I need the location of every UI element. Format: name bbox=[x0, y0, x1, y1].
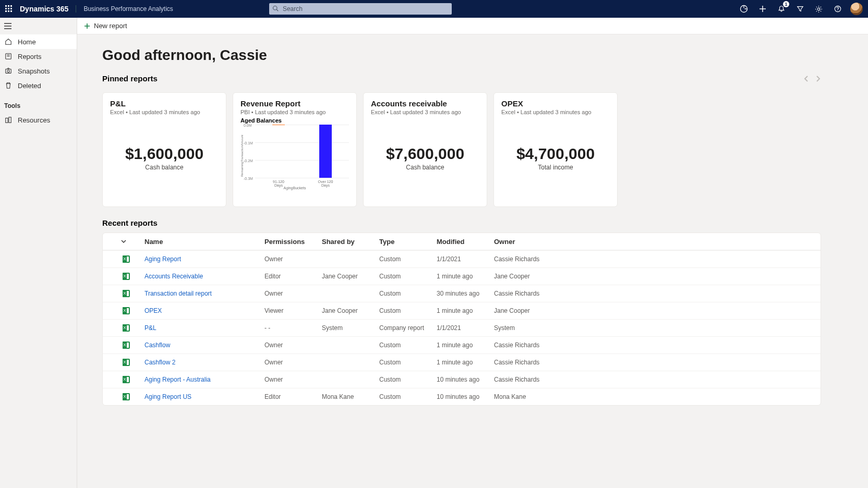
cell-mod: 30 minutes ago bbox=[437, 290, 494, 297]
cell-owner: System bbox=[494, 324, 598, 332]
cell-type: Custom bbox=[379, 307, 437, 314]
filter-button[interactable] bbox=[794, 3, 806, 15]
col-name[interactable]: Name bbox=[144, 238, 264, 246]
add-button[interactable] bbox=[756, 3, 769, 15]
report-link[interactable]: OPEX bbox=[144, 307, 162, 314]
card-value: $4,700,000 bbox=[516, 145, 595, 163]
report-link[interactable]: Aging Report US bbox=[144, 393, 191, 400]
cell-type: Custom bbox=[379, 255, 437, 263]
cell-owner: Cassie Richards bbox=[494, 359, 598, 366]
report-link[interactable]: Transaction detail report bbox=[144, 290, 212, 297]
pinned-card[interactable]: Revenue Report PBI • Last updated 3 minu… bbox=[233, 92, 357, 207]
excel-icon bbox=[108, 376, 144, 383]
nav-resources[interactable]: Resources bbox=[0, 113, 77, 127]
table-row[interactable]: Aging Report - Australia Owner Custom 10… bbox=[103, 371, 821, 388]
cell-type: Custom bbox=[379, 290, 437, 297]
help-button[interactable] bbox=[831, 3, 844, 15]
report-link[interactable]: Cashflow 2 bbox=[144, 359, 175, 366]
svg-rect-7 bbox=[8, 10, 9, 12]
svg-rect-23 bbox=[6, 69, 11, 74]
pinned-card[interactable]: Accounts receivable Excel • Last updated… bbox=[363, 92, 487, 207]
command-bar: New report bbox=[77, 18, 868, 34]
table-row[interactable]: OPEX Viewer Jane Cooper Custom 1 minute … bbox=[103, 302, 821, 319]
svg-line-10 bbox=[276, 9, 278, 11]
card-subtitle: Excel • Last updated 3 minutes ago bbox=[110, 109, 219, 115]
svg-rect-26 bbox=[9, 117, 11, 123]
report-link[interactable]: Aging Report - Australia bbox=[144, 376, 211, 383]
nav-deleted[interactable]: Deleted bbox=[0, 78, 77, 93]
cell-perm: - - bbox=[264, 324, 322, 332]
cell-perm: Owner bbox=[264, 341, 322, 349]
pager-prev-icon[interactable] bbox=[803, 75, 809, 84]
col-mod[interactable]: Modified bbox=[437, 238, 494, 246]
cell-perm: Editor bbox=[264, 273, 322, 280]
svg-rect-5 bbox=[10, 8, 12, 9]
recent-title: Recent reports bbox=[102, 218, 821, 227]
card-subtitle: PBI • Last updated 3 minutes ago bbox=[240, 109, 349, 115]
nav-home[interactable]: Home bbox=[0, 34, 77, 49]
cell-shared: System bbox=[322, 324, 379, 332]
sort-toggle[interactable] bbox=[108, 238, 144, 245]
app-title: Business Performance Analytics bbox=[76, 5, 173, 13]
report-link[interactable]: Accounts Receivable bbox=[144, 273, 203, 280]
nav-toggle[interactable] bbox=[0, 18, 77, 34]
app-launcher-button[interactable] bbox=[0, 5, 18, 13]
main-area: New report Good afternoon, Cassie Pinned… bbox=[77, 18, 868, 488]
cell-owner: Cassie Richards bbox=[494, 341, 598, 349]
pinned-card[interactable]: OPEX Excel • Last updated 3 minutes ago$… bbox=[493, 92, 618, 207]
cell-mod: 1 minute ago bbox=[437, 341, 494, 349]
search-icon bbox=[272, 5, 279, 11]
notifications-button[interactable]: 1 bbox=[775, 3, 788, 15]
table-row[interactable]: Accounts Receivable Editor Jane Cooper C… bbox=[103, 267, 821, 285]
camera-icon bbox=[4, 67, 13, 75]
col-shared[interactable]: Shared by bbox=[322, 238, 379, 246]
notifications-badge: 1 bbox=[783, 1, 789, 7]
top-actions: 1 bbox=[738, 3, 868, 15]
top-bar: Dynamics 365 Business Performance Analyt… bbox=[0, 0, 868, 18]
search-wrap bbox=[269, 3, 452, 15]
excel-icon bbox=[108, 307, 144, 314]
nav-snapshots[interactable]: Snapshots bbox=[0, 64, 77, 78]
target-icon[interactable] bbox=[738, 3, 750, 15]
cell-type: Company report bbox=[379, 324, 437, 332]
table-row[interactable]: Transaction detail report Owner Custom 3… bbox=[103, 285, 821, 302]
pinned-card[interactable]: P&L Excel • Last updated 3 minutes ago$1… bbox=[102, 92, 226, 207]
report-link[interactable]: Aging Report bbox=[144, 255, 181, 263]
search-input[interactable] bbox=[269, 3, 452, 15]
nav-reports[interactable]: Reports bbox=[0, 49, 77, 64]
cell-shared: Mona Kane bbox=[322, 393, 379, 400]
table-row[interactable]: Aging Report Owner Custom 1/1/2021 Cassi… bbox=[103, 250, 821, 267]
nav-section-tools: Tools bbox=[0, 93, 77, 113]
report-link[interactable]: P&L bbox=[144, 324, 156, 332]
table-row[interactable]: Cashflow 2 Owner Custom 1 minute ago Cas… bbox=[103, 353, 821, 371]
col-perm[interactable]: Permissions bbox=[264, 238, 322, 246]
col-type[interactable]: Type bbox=[379, 238, 437, 246]
cell-mod: 1/1/2021 bbox=[437, 324, 494, 332]
user-avatar[interactable] bbox=[850, 3, 863, 15]
nav-label: Resources bbox=[18, 116, 50, 124]
card-title: OPEX bbox=[501, 99, 610, 108]
cell-mod: 1 minute ago bbox=[437, 307, 494, 314]
cell-perm: Owner bbox=[264, 359, 322, 366]
cell-mod: 1 minute ago bbox=[437, 359, 494, 366]
card-subtitle: Excel • Last updated 3 minutes ago bbox=[501, 109, 610, 115]
new-report-button[interactable]: New report bbox=[83, 22, 127, 30]
svg-rect-25 bbox=[6, 118, 8, 123]
cell-mod: 1 minute ago bbox=[437, 273, 494, 280]
cell-owner: Mona Kane bbox=[494, 393, 598, 400]
table-row[interactable]: Aging Report US Editor Mona Kane Custom … bbox=[103, 388, 821, 405]
excel-icon bbox=[108, 255, 144, 263]
table-row[interactable]: Cashflow Owner Custom 1 minute ago Cassi… bbox=[103, 336, 821, 353]
table-row[interactable]: P&L - - System Company report 1/1/2021 S… bbox=[103, 319, 821, 336]
cell-type: Custom bbox=[379, 393, 437, 400]
nav-label: Snapshots bbox=[18, 67, 50, 75]
col-owner[interactable]: Owner bbox=[494, 238, 598, 246]
card-caption: Cash balance bbox=[145, 164, 183, 171]
cell-owner: Cassie Richards bbox=[494, 255, 598, 263]
settings-button[interactable] bbox=[813, 3, 825, 15]
cell-perm: Viewer bbox=[264, 307, 322, 314]
report-link[interactable]: Cashflow bbox=[144, 341, 170, 349]
cell-mod: 1/1/2021 bbox=[437, 255, 494, 263]
card-value: $1,600,000 bbox=[125, 145, 203, 163]
pager-next-icon[interactable] bbox=[816, 75, 821, 84]
